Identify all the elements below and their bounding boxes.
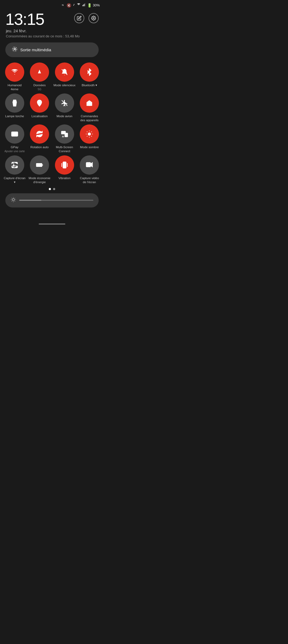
tile-smarthome-circle [80, 93, 99, 113]
brightness-control[interactable] [5, 193, 99, 207]
tile-darkmode-circle [80, 124, 99, 144]
tile-battery-saver[interactable]: Mode économie d'énergie [28, 155, 51, 184]
svg-line-46 [15, 198, 15, 198]
data-usage-text: Consommées au courant de ce mois : 53,48… [0, 34, 104, 42]
svg-point-38 [12, 198, 14, 201]
tile-screenrecord-circle [80, 155, 99, 175]
media-output-label: Sortie multimédia [20, 48, 51, 52]
tile-smarthome-label: Commandes des appareils [78, 114, 101, 122]
tile-data-label: Données [33, 83, 46, 87]
settings-button[interactable] [89, 13, 99, 23]
tile-wifi[interactable]: Humanoid4eme [3, 62, 26, 91]
tile-bluetooth[interactable]: Bluetooth ▾ [78, 62, 101, 91]
tile-airplane[interactable]: Mode avion [53, 93, 76, 122]
page-dot-2 [53, 188, 55, 190]
tile-torch-circle [5, 93, 24, 113]
tile-gpay-sublabel: Ajouter une carte [5, 150, 25, 153]
mute-icon: 🔇 [67, 3, 71, 7]
svg-line-20 [87, 132, 87, 132]
media-output-icon [12, 46, 18, 53]
tile-multiscreen-label: Multi-Screen Connect [53, 145, 76, 153]
brightness-slider[interactable] [19, 200, 93, 201]
svg-line-24 [87, 136, 87, 136]
header-actions [74, 13, 99, 23]
tile-screenshot-circle [5, 155, 24, 175]
tile-rotation[interactable]: Rotation auto [28, 124, 51, 153]
date-display: jeu. 24 févr. [0, 28, 104, 34]
svg-rect-1 [82, 5, 83, 6]
svg-rect-33 [63, 162, 66, 168]
svg-line-25 [91, 132, 92, 132]
svg-line-41 [12, 198, 12, 198]
battery-icon: 🔋 [87, 3, 92, 7]
tile-vibration[interactable]: Vibration [53, 155, 76, 184]
tile-location-circle [30, 93, 49, 113]
tile-bluetooth-circle [80, 62, 99, 82]
svg-line-21 [91, 136, 92, 136]
tile-darkmode[interactable]: Mode sombre [78, 124, 101, 153]
page-indicator [0, 188, 104, 190]
home-indicator-area [0, 218, 104, 227]
brightness-fill [19, 200, 41, 201]
tile-smarthome[interactable]: Commandes des appareils [78, 93, 101, 122]
tile-bluetooth-label: Bluetooth ▾ [82, 83, 97, 87]
svg-rect-2 [83, 5, 84, 6]
tile-screenrecord[interactable]: Capture vidéo de l'écran [78, 155, 101, 184]
svg-rect-28 [37, 163, 42, 167]
brightness-icon [11, 197, 16, 204]
svg-rect-36 [86, 162, 91, 167]
page-dot-1 [49, 188, 51, 190]
nfc-icon: N [62, 3, 66, 7]
svg-rect-4 [85, 3, 85, 6]
tile-silent[interactable]: Mode silencieux [53, 62, 76, 91]
tile-wifi-circle [5, 62, 24, 82]
quick-settings-grid: Humanoid4eme Données 5G Mode silencieux [0, 62, 104, 184]
svg-text:N: N [62, 4, 64, 6]
bluetooth-status-icon [72, 3, 75, 8]
home-indicator [39, 223, 65, 225]
tile-airplane-circle [55, 93, 74, 113]
status-icons: N 🔇 🔋 30% [62, 3, 100, 8]
tile-wifi-label: Humanoid4eme [8, 83, 22, 91]
tile-torch[interactable]: Lampe torche [3, 93, 26, 122]
wifi-status-icon [77, 3, 81, 7]
signal-icon [82, 3, 86, 7]
tile-torch-label: Lampe torche [5, 114, 24, 118]
tile-gpay[interactable]: GPay Ajouter une carte [3, 124, 26, 153]
status-bar: N 🔇 🔋 30% [0, 0, 104, 9]
battery-percentage: 30% [93, 3, 100, 7]
svg-rect-3 [84, 4, 85, 6]
edit-button[interactable] [74, 13, 84, 23]
svg-line-42 [15, 201, 15, 201]
tile-battery-saver-circle [30, 155, 49, 175]
tile-gpay-label: GPay [11, 145, 18, 149]
tile-battery-saver-label: Mode économie d'énergie [28, 176, 51, 184]
tile-data[interactable]: Données 5G [28, 62, 51, 91]
tile-screenrecord-label: Capture vidéo de l'écran [78, 176, 101, 184]
tile-location-label: Localisation [31, 114, 48, 118]
svg-point-17 [88, 132, 91, 136]
tile-screenshot-label: Capture d'écran ▾ [3, 176, 26, 184]
tile-silent-label: Mode silencieux [54, 83, 75, 87]
tile-gpay-circle [5, 124, 24, 144]
svg-rect-14 [65, 133, 68, 137]
tile-location[interactable]: Localisation [28, 93, 51, 122]
tile-data-circle [30, 62, 49, 82]
time-display: 13:15 [5, 11, 44, 28]
svg-line-45 [12, 201, 12, 201]
tile-darkmode-label: Mode sombre [80, 145, 99, 149]
svg-point-5 [93, 18, 94, 19]
tile-screenshot[interactable]: Capture d'écran ▾ [3, 155, 26, 184]
tile-rotation-circle [30, 124, 49, 144]
tile-multiscreen[interactable]: Multi-Screen Connect [53, 124, 76, 153]
svg-rect-11 [11, 132, 18, 136]
header-row: 13:15 [0, 9, 104, 28]
tile-vibration-circle [55, 155, 74, 175]
media-output-button[interactable]: Sortie multimédia [5, 42, 99, 57]
tile-silent-circle [55, 62, 74, 82]
tile-vibration-label: Vibration [58, 176, 70, 180]
tile-data-sublabel: 5G [38, 88, 41, 91]
tile-rotation-label: Rotation auto [30, 145, 49, 149]
tile-multiscreen-circle [55, 124, 74, 144]
tile-airplane-label: Mode avion [57, 114, 72, 118]
